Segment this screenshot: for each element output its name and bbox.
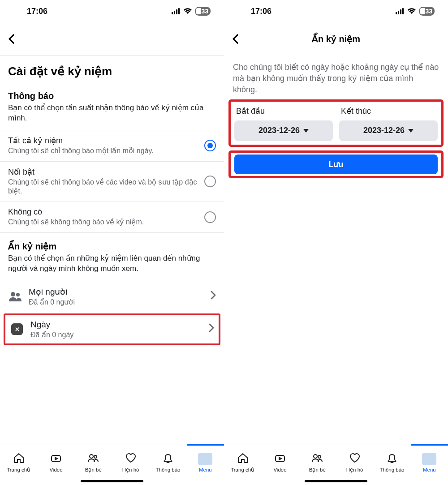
nav-title: Ẩn kỷ niệm (224, 34, 448, 44)
radio-indicator (204, 176, 216, 187)
start-date-value: 2023-12-26 (258, 126, 300, 135)
tab-label: Trang chủ (7, 467, 30, 473)
tab-label: Bạn bè (309, 467, 326, 473)
svg-point-8 (94, 455, 97, 458)
svg-point-7 (90, 455, 93, 458)
status-bar: 17:06 33 (224, 0, 448, 22)
end-date-picker[interactable]: 2023-12-26 (339, 120, 438, 141)
highlight-days-row: ✕ Ngày Đã ẩn 0 ngày (4, 313, 220, 345)
back-button[interactable] (224, 28, 246, 50)
row-sub: Đã ẩn 0 ngày (30, 330, 202, 339)
tab-dating[interactable]: Hẹn hò (336, 445, 373, 477)
back-button[interactable] (0, 28, 22, 50)
status-right: 33 (172, 7, 211, 16)
home-icon (237, 452, 249, 465)
svg-rect-9 (396, 12, 397, 14)
home-indicator (81, 480, 143, 482)
svg-rect-11 (400, 9, 401, 14)
row-label: Ngày (30, 320, 202, 330)
tab-label: Menu (199, 467, 212, 472)
radio-sub: Chúng tôi sẽ không thông báo về kỷ niệm. (8, 218, 204, 227)
tab-label: Bạn bè (85, 467, 102, 473)
tab-label: Hẹn hò (346, 467, 363, 473)
radio-sub: Chúng tôi sẽ chỉ thông báo về các video … (8, 178, 204, 197)
home-indicator (305, 480, 367, 482)
radio-label: Tất cả kỷ niệm (8, 136, 204, 146)
radio-label: Nổi bật (8, 167, 204, 177)
friends-icon (87, 452, 99, 465)
nav-bar (0, 22, 224, 56)
tab-dating[interactable]: Hẹn hò (112, 445, 149, 477)
svg-rect-1 (174, 11, 175, 14)
bell-icon (162, 453, 174, 465)
save-label: Lưu (329, 159, 344, 169)
cellular-icon (396, 8, 405, 14)
tab-label: Thông báo (379, 467, 404, 472)
status-time: 17:06 (224, 7, 271, 16)
svg-rect-3 (178, 8, 180, 14)
battery-icon: 33 (419, 7, 435, 16)
chevron-right-icon (211, 291, 216, 302)
hide-people-row[interactable]: Mọi người Đã ẩn 0 người (0, 280, 224, 313)
highlight-date-pickers: Bắt đầu 2023-12-26 Kết thúc 2023-12-26 (228, 99, 444, 147)
status-bar: 17:06 33 (0, 0, 224, 22)
chevron-right-icon (209, 323, 214, 335)
cellular-icon (172, 8, 181, 14)
caret-down-icon (408, 129, 414, 133)
tab-bar: Trang chủ Video Bạn bè Hẹn hò Thông báo … (224, 445, 448, 485)
video-icon (50, 453, 62, 465)
end-date-value: 2023-12-26 (363, 126, 405, 135)
calendar-x-icon: ✕ (10, 323, 24, 335)
section-title-hide: Ẩn kỷ niệm (0, 233, 224, 253)
tab-video[interactable]: Video (261, 445, 298, 477)
tab-home[interactable]: Trang chủ (0, 445, 37, 477)
end-date-column: Kết thúc 2023-12-26 (339, 106, 438, 141)
svg-rect-0 (172, 12, 173, 14)
bell-icon (386, 453, 398, 465)
radio-sub: Chúng tôi sẽ chỉ thông báo một lần mỗi n… (8, 146, 204, 156)
home-icon (13, 452, 25, 465)
tab-video[interactable]: Video (37, 445, 74, 477)
description: Cho chúng tôi biết có ngày hoặc khoảng n… (224, 56, 448, 99)
tab-notifications[interactable]: Thông báo (373, 445, 410, 477)
tab-friends[interactable]: Bạn bè (299, 445, 336, 477)
screen-memory-settings: 17:06 33 Cài đặt về kỷ niệm Thông báo Bạ… (0, 0, 224, 485)
tab-label: Menu (423, 467, 436, 472)
wifi-icon (183, 8, 192, 14)
svg-point-14 (314, 455, 317, 458)
row-sub: Đã ẩn 0 người (29, 298, 204, 306)
svg-rect-2 (176, 9, 177, 14)
status-right: 33 (396, 7, 435, 16)
tab-notifications[interactable]: Thông báo (149, 445, 186, 477)
section-desc-notifications: Bạn có thể chọn tần suất nhận thông báo … (0, 102, 224, 130)
tab-menu[interactable]: Menu (411, 445, 448, 477)
svg-rect-12 (402, 8, 404, 14)
people-icon (8, 292, 22, 301)
page-title: Cài đặt về kỷ niệm (0, 56, 224, 83)
caret-down-icon (303, 129, 309, 133)
section-title-notifications: Thông báo (0, 83, 224, 102)
tab-home[interactable]: Trang chủ (224, 445, 261, 477)
tab-friends[interactable]: Bạn bè (75, 445, 112, 477)
hide-days-row[interactable]: ✕ Ngày Đã ẩn 0 ngày (5, 315, 219, 343)
radio-highlights[interactable]: Nổi bật Chúng tôi sẽ chỉ thông báo về cá… (0, 161, 224, 202)
video-icon (274, 453, 286, 465)
active-tab-indicator (187, 444, 224, 446)
nav-bar: Ẩn kỷ niệm (224, 22, 448, 56)
start-date-picker[interactable]: 2023-12-26 (234, 120, 333, 141)
save-button[interactable]: Lưu (234, 155, 438, 174)
svg-point-15 (318, 455, 321, 458)
tab-label: Thông báo (155, 467, 180, 472)
tab-label: Hẹn hò (122, 467, 139, 473)
radio-all-memories[interactable]: Tất cả kỷ niệm Chúng tôi sẽ chỉ thông bá… (0, 130, 224, 161)
tab-label: Trang chủ (231, 467, 254, 473)
svg-point-4 (11, 292, 15, 296)
active-tab-indicator (411, 444, 448, 446)
tab-menu[interactable]: Menu (187, 445, 224, 477)
end-label: Kết thúc (339, 106, 438, 116)
radio-none[interactable]: Không có Chúng tôi sẽ không thông báo về… (0, 202, 224, 233)
start-date-column: Bắt đầu 2023-12-26 (234, 106, 333, 141)
tab-label: Video (273, 467, 286, 472)
content: Cài đặt về kỷ niệm Thông báo Bạn có thể … (0, 56, 224, 445)
row-label: Mọi người (29, 287, 204, 297)
